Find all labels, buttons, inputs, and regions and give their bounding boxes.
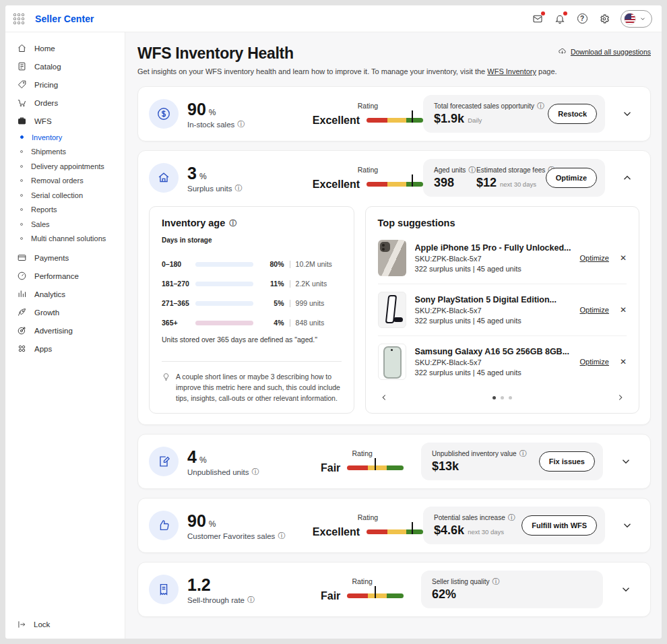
sidebar-lock-toggle[interactable]: Lock [5, 620, 125, 639]
sidebar-subitem-inventory[interactable]: Inventory [5, 130, 125, 145]
dismiss-icon[interactable]: ✕ [620, 253, 627, 263]
chart-title: Inventory age [162, 218, 225, 228]
us-flag-avatar [624, 13, 636, 25]
sidebar-subitem-delivery-appointments[interactable]: Delivery appointments [5, 159, 125, 174]
sidebar-item-catalog[interactable]: Catalog [5, 57, 125, 75]
optimize-button[interactable]: Optimize [546, 168, 597, 188]
info-icon[interactable]: ⓘ [508, 514, 515, 521]
apps-grid-icon [17, 344, 27, 354]
download-all-suggestions-link[interactable]: Download all suggestions [558, 47, 651, 56]
price-tag-icon [17, 79, 27, 90]
suggestion-item: Sony PlayStation 5 Digital Edition... SK… [378, 284, 627, 336]
rating-marker [412, 174, 413, 187]
info-icon[interactable]: ⓘ [519, 450, 527, 457]
growth-rocket-icon [17, 307, 27, 317]
info-icon[interactable]: ⓘ [493, 578, 500, 585]
account-menu[interactable] [621, 10, 652, 28]
metric-value: 1.2 [187, 575, 211, 595]
messages-icon[interactable] [532, 13, 544, 25]
metric-card-surplus-units: 3% Surplus unitsⓘ Rating Excellent [137, 150, 651, 425]
sidebar-subitem-shipments[interactable]: Shipments [5, 145, 125, 160]
chart-bar-row: 181–270 11%2.2K units [162, 280, 342, 288]
rating-marker [412, 522, 413, 534]
info-icon[interactable]: ⓘ [247, 596, 255, 604]
restock-button[interactable]: Restock [548, 104, 597, 124]
sidebar-subitem-removal-orders[interactable]: Removal orders [5, 174, 125, 189]
settings-gear-icon[interactable] [598, 13, 610, 25]
optimize-link[interactable]: Optimize [580, 358, 609, 366]
metric-value: 4 [187, 447, 197, 467]
rating-block: Rating Excellent [313, 102, 423, 127]
app-launcher-icon[interactable] [13, 13, 24, 24]
rating-value: Excellent [313, 115, 360, 127]
info-icon[interactable]: ⓘ [278, 532, 285, 540]
product-image-galaxy [378, 344, 406, 380]
sidebar-item-payments[interactable]: Payments [5, 249, 125, 267]
active-bullet [20, 135, 24, 139]
sidebar-item-pricing[interactable]: Pricing [5, 75, 125, 94]
carousel-dot[interactable] [509, 396, 512, 399]
collapse-arrow-icon [17, 620, 26, 629]
sidebar-item-orders[interactable]: Orders [5, 94, 125, 112]
sidebar-item-performance[interactable]: Performance [5, 267, 125, 285]
carousel-next-icon[interactable] [616, 393, 625, 402]
rating-marker [375, 586, 376, 598]
optimize-link[interactable]: Optimize [580, 254, 609, 262]
cart-icon [17, 98, 27, 108]
carousel-dot[interactable] [493, 396, 496, 399]
fulfill-with-wfs-button[interactable]: Fulfill with WFS [521, 515, 597, 536]
info-icon[interactable]: ⓘ [537, 102, 544, 110]
metric-label: Sell-through rateⓘ [187, 596, 294, 604]
sidebar-item-home[interactable]: Home [5, 39, 125, 57]
info-icon[interactable]: ⓘ [234, 185, 242, 192]
dollar-circle-icon [149, 99, 179, 129]
stat-box: Seller listing qualityⓘ 62% [421, 571, 603, 608]
carousel-prev-icon[interactable] [379, 393, 389, 402]
suggestions-carousel [378, 393, 627, 402]
dismiss-icon[interactable]: ✕ [620, 305, 627, 315]
sidebar-item-analytics[interactable]: Analytics [5, 285, 125, 303]
info-icon[interactable]: ⓘ [251, 468, 259, 476]
expand-chevron-down-icon[interactable] [612, 583, 639, 595]
brand-logo[interactable]: Seller Center [35, 13, 94, 24]
info-icon[interactable]: ⓘ [237, 121, 245, 128]
metric-value: 90 [187, 511, 206, 531]
rating-value: Excellent [313, 179, 360, 191]
rating-block: Rating Fair [321, 577, 404, 602]
seller-center-app: Seller Center ? Hom [5, 5, 662, 639]
chart-bar-row: 271–365 5%999 units [162, 299, 342, 307]
chevron-down-icon [639, 13, 646, 25]
optimize-link[interactable]: Optimize [580, 306, 609, 314]
dismiss-icon[interactable]: ✕ [620, 357, 627, 366]
rating-bar [367, 118, 423, 123]
stat-box: Potential sales increaseⓘ $4.6knext 30 d… [423, 507, 605, 544]
performance-gauge-icon [17, 271, 27, 281]
metric-label: Surplus unitsⓘ [187, 185, 286, 193]
sidebar-subitem-serial-collection[interactable]: Serial collection [5, 188, 125, 203]
carousel-dot[interactable] [501, 396, 504, 399]
expand-chevron-down-icon[interactable] [614, 519, 639, 532]
fix-issues-button[interactable]: Fix issues [539, 451, 595, 472]
metric-label: In-stock salesⓘ [187, 121, 286, 129]
info-icon[interactable]: ⓘ [229, 220, 236, 227]
expand-chevron-down-icon[interactable] [614, 108, 639, 120]
sidebar-subitem-multi-channel-solutions[interactable]: Multi channel solutions [5, 232, 125, 247]
sidebar-item-apps[interactable]: Apps [5, 340, 125, 358]
expand-chevron-down-icon[interactable] [612, 455, 639, 468]
notifications-bell-icon[interactable] [554, 13, 566, 25]
sidebar-subitem-sales[interactable]: Sales [5, 217, 125, 232]
rating-bar [347, 465, 404, 470]
wfs-inventory-link[interactable]: WFS Inventory [487, 67, 536, 75]
help-icon[interactable]: ? [576, 13, 588, 25]
topbar: Seller Center ? [5, 5, 662, 32]
metric-card-customer-favorites: 90% Customer Favorites salesⓘ Rating Exc… [137, 498, 651, 553]
rating-block: Rating Excellent [313, 166, 423, 191]
sidebar-item-advertising[interactable]: Advertising [5, 321, 125, 340]
rating-value: Excellent [313, 526, 360, 538]
sidebar-item-growth[interactable]: Growth [5, 303, 125, 321]
info-icon[interactable]: ⓘ [468, 166, 476, 174]
sidebar-item-wfs[interactable]: WFS [5, 112, 125, 130]
rating-marker [375, 458, 376, 470]
sidebar-subitem-reports[interactable]: Reports [5, 203, 125, 218]
collapse-chevron-up-icon[interactable] [614, 172, 639, 184]
